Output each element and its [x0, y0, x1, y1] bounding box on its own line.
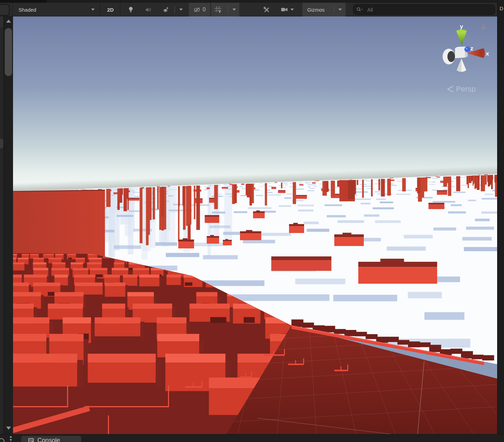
scene-search-input[interactable] [353, 4, 495, 15]
left-panel-edge-top [0, 16, 3, 27]
eye-slash-icon [193, 7, 201, 13]
scene-view-toolbar: Shaded 2D 0 [0, 3, 497, 16]
vertical-scrollbar[interactable] [3, 16, 13, 434]
shading-mode-dropdown[interactable]: Shaded [14, 3, 99, 16]
y-axis-cone[interactable] [456, 30, 467, 46]
camera-icon [281, 7, 288, 12]
left-panel-column [0, 16, 13, 434]
separator [13, 3, 13, 16]
scene-search [353, 4, 495, 15]
dropdown-caret-icon [91, 9, 95, 11]
separator [120, 3, 120, 16]
projection-toggle[interactable]: Persp [448, 85, 476, 93]
lightbulb-icon [128, 7, 133, 13]
dropdown-caret-icon [290, 9, 294, 11]
right-panel-fragment: D [500, 5, 503, 11]
dropdown-caret-icon [232, 9, 236, 11]
effects-toggle-button[interactable] [158, 3, 174, 16]
gizmos-label: Gizmos [307, 7, 325, 13]
window-top-strip [0, 0, 504, 3]
camera-settings-button[interactable] [276, 3, 298, 16]
dropdown-caret-icon [338, 9, 342, 11]
left-panel-edge [0, 16, 3, 434]
more-options-icon[interactable] [10, 436, 12, 442]
view-lock-icon[interactable] [482, 24, 485, 29]
partial-panel-button[interactable] [0, 139, 3, 148]
wrench-icon [263, 7, 270, 13]
persp-arrow-icon [448, 86, 453, 92]
audio-toggle-button[interactable] [140, 3, 157, 16]
2d-label: 2D [107, 7, 113, 13]
scroll-thumb[interactable] [5, 28, 12, 76]
neg-x-axis-cone[interactable] [443, 49, 455, 64]
neg-y-axis-cone[interactable] [457, 59, 466, 72]
grid-visibility-button[interactable]: Y [211, 3, 239, 16]
effects-icon [163, 7, 169, 13]
component-tools-button[interactable] [258, 3, 275, 16]
console-tab-label: Console [37, 437, 60, 442]
scene-view: y z x Persp [13, 16, 497, 434]
separator [334, 6, 334, 13]
effects-caret-button[interactable] [175, 3, 187, 16]
orientation-gizmo[interactable]: y z x Persp [439, 19, 497, 93]
shading-mode-label: Shaded [19, 7, 36, 13]
x-axis-label: x [486, 50, 489, 57]
search-partial-icon [0, 438, 4, 442]
scene-tab-remnant [0, 0, 47, 3]
grid-icon: Y [214, 6, 222, 13]
gizmos-dropdown[interactable]: Gizmos [302, 3, 346, 16]
console-icon [28, 438, 34, 442]
bottom-tab-bar: Console [0, 434, 504, 442]
z-axis-label: z [470, 45, 473, 52]
z-axis-handle[interactable] [465, 47, 470, 52]
grid-axis-label: Y [219, 10, 221, 13]
hidden-objects-button[interactable]: 0 [189, 3, 210, 16]
scene-lighting-button[interactable] [122, 3, 139, 16]
hidden-count: 0 [203, 7, 206, 13]
scroll-down-button[interactable] [6, 427, 11, 430]
2d-toggle-button[interactable]: 2D [101, 3, 119, 16]
separator [100, 3, 100, 16]
right-panel-edge: D [497, 0, 504, 442]
partial-toolbar-button[interactable] [0, 4, 10, 16]
console-tab[interactable]: Console [21, 436, 81, 442]
dropdown-caret-icon [179, 9, 183, 11]
y-axis-label: y [460, 23, 463, 30]
search-icon [357, 7, 363, 12]
scene-viewport[interactable] [13, 16, 497, 434]
speaker-icon [145, 7, 152, 12]
scroll-up-button[interactable] [6, 20, 11, 23]
separator [228, 6, 228, 13]
persp-label: Persp [456, 85, 476, 93]
